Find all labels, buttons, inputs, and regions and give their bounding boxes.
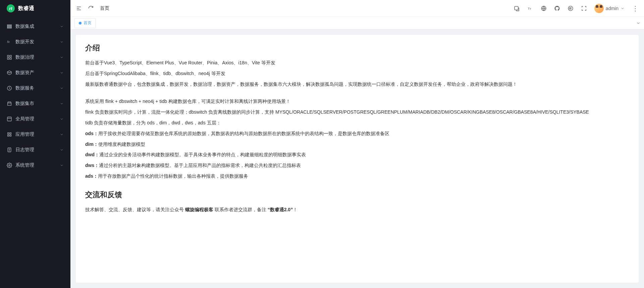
- logo-badge-icon: rt: [7, 4, 15, 12]
- svg-rect-9: [7, 117, 11, 121]
- svg-rect-0: [7, 25, 11, 26]
- sidebar-item-label: 数据资产: [15, 70, 60, 76]
- chevron-down-icon: [621, 6, 625, 10]
- svg-rect-7: [10, 58, 11, 59]
- sidebar-item-data-development[interactable]: fx 数据开发: [0, 34, 70, 50]
- layer-ads: ads：用于存放数据产品个性化的统计指标数据，输出各种报表，提供数据服务: [85, 172, 629, 180]
- sidebar-item-label: 数据集成: [15, 23, 60, 30]
- feedback-paragraph: 技术解答、交流、反馈、建议等，请关注公众号 螺旋编程极客 联系作者进交流群，备注…: [85, 206, 629, 214]
- intro-heading: 介绍: [85, 43, 629, 53]
- sidebar-nav: 数据集成 fx 数据开发 数据治理 数据资产 数据服务: [0, 17, 70, 288]
- main-area: 首页 Tт admin ⋮ 首页: [70, 0, 644, 288]
- sidebar-item-app-management[interactable]: 应用管理: [0, 127, 70, 142]
- chevron-down-icon: [60, 71, 64, 75]
- intro-paragraph: 系统采用 flink + dbswitch + neo4j + tidb 构建数…: [85, 98, 629, 106]
- svg-text:Tт: Tт: [528, 6, 531, 10]
- service-icon: [7, 85, 12, 91]
- github-icon[interactable]: [554, 5, 560, 11]
- grid-icon: [7, 55, 12, 60]
- chevron-down-icon: [60, 148, 64, 152]
- gear-icon: [7, 163, 12, 168]
- chevron-down-icon: [60, 102, 64, 106]
- intro-paragraph: 后台基于SpringCloudAlibaba、filnk、tidb、dbswit…: [85, 70, 629, 78]
- svg-rect-11: [8, 133, 9, 134]
- layer-dwd: dwd：通过企业的业务活动事件构建数据模型。基于具体业务事件的特点，构建最细粒度…: [85, 151, 629, 159]
- svg-point-19: [9, 165, 10, 166]
- svg-text:fx: fx: [7, 40, 10, 44]
- tabs-bar: 首页: [70, 17, 644, 30]
- font-size-icon[interactable]: Tт: [527, 5, 533, 11]
- intro-paragraph: flink 负责数据实时同步，计算，流批一体化处理；dbswitch 负责离线数…: [85, 108, 629, 116]
- global-icon: [7, 116, 12, 122]
- tab-label: 首页: [84, 20, 92, 26]
- user-menu[interactable]: admin: [594, 4, 625, 13]
- logo[interactable]: rt 数睿通: [0, 0, 70, 17]
- svg-rect-6: [7, 58, 9, 59]
- fx-icon: fx: [7, 39, 12, 45]
- svg-rect-2: [7, 27, 11, 28]
- collapse-sidebar-button[interactable]: [76, 5, 82, 11]
- more-menu-button[interactable]: ⋮: [632, 5, 639, 12]
- sidebar-item-data-market[interactable]: 数据集市: [0, 96, 70, 111]
- sidebar-item-label: 数据集市: [15, 101, 60, 107]
- chevron-down-icon: [60, 40, 64, 44]
- svg-rect-23: [515, 6, 518, 10]
- sidebar-item-label: 应用管理: [15, 131, 60, 137]
- layer-dim: dim：使用维度构建数据模型: [85, 140, 629, 149]
- translate-icon[interactable]: [514, 5, 520, 11]
- logo-text: 数睿通: [18, 5, 34, 12]
- chevron-down-icon: [60, 163, 64, 167]
- feedback-heading: 交流和反馈: [85, 190, 629, 200]
- sidebar-item-label: 系统管理: [15, 162, 60, 168]
- sidebar-item-data-integration[interactable]: 数据集成: [0, 19, 70, 34]
- active-tab-indicator-icon: [79, 22, 82, 24]
- box-icon: [7, 70, 12, 75]
- globe-icon[interactable]: [541, 5, 547, 11]
- content-card: 介绍 前台基于Vue3、TypeScript、Element Plus、Vue …: [76, 35, 639, 283]
- svg-rect-4: [7, 55, 9, 57]
- chevron-down-icon: [60, 24, 64, 28]
- sidebar-item-log-management[interactable]: 日志管理: [0, 142, 70, 158]
- market-icon: [7, 101, 12, 106]
- chevron-down-icon: [60, 132, 64, 136]
- refresh-button[interactable]: [88, 5, 94, 11]
- sidebar: rt 数睿通 数据集成 fx 数据开发 数据治理 数据资产: [0, 0, 70, 288]
- intro-paragraph: 前台基于Vue3、TypeScript、Element Plus、Vue Rou…: [85, 59, 629, 67]
- layer-ods: ods：用于接收并处理需要存储至数据仓库系统的原始数据，其数据表的结构与原始数据…: [85, 130, 629, 138]
- chevron-down-icon: [60, 55, 64, 59]
- sidebar-item-system-management[interactable]: 系统管理: [0, 158, 70, 173]
- intro-paragraph: tidb 负责存储海量数据，分为 ods，dim，dwd，dws，ads 五层：: [85, 119, 629, 127]
- sidebar-item-global-management[interactable]: 全局管理: [0, 111, 70, 127]
- tab-home[interactable]: 首页: [74, 18, 96, 28]
- svg-rect-12: [10, 133, 11, 134]
- sidebar-item-data-governance[interactable]: 数据治理: [0, 50, 70, 65]
- sidebar-item-data-asset[interactable]: 数据资产: [0, 65, 70, 80]
- app-icon: [7, 132, 12, 137]
- svg-rect-13: [8, 135, 9, 136]
- sidebar-item-label: 数据治理: [15, 54, 60, 60]
- sidebar-item-label: 数据开发: [15, 39, 60, 45]
- svg-rect-5: [10, 55, 11, 57]
- layers-icon: [7, 24, 12, 29]
- sidebar-item-label: 全局管理: [15, 116, 60, 122]
- sidebar-item-label: 数据服务: [15, 85, 60, 91]
- breadcrumb: 首页: [100, 5, 109, 11]
- sidebar-item-data-service[interactable]: 数据服务: [0, 80, 70, 96]
- svg-rect-14: [10, 135, 11, 136]
- gitee-icon[interactable]: [568, 5, 574, 11]
- user-name: admin: [606, 6, 619, 11]
- layer-dws: dws：通过分析的主题对象构建数据模型。基于上层应用和产品的指标需求，构建公共粒…: [85, 162, 629, 170]
- fullscreen-icon[interactable]: [581, 5, 587, 11]
- chevron-down-icon: [60, 86, 64, 90]
- chevron-down-icon: [60, 117, 64, 121]
- topbar: 首页 Tт admin ⋮: [70, 0, 644, 17]
- content-scroll[interactable]: 介绍 前台基于Vue3、TypeScript、Element Plus、Vue …: [70, 30, 644, 288]
- intro-paragraph: 最新版数睿通数据中台，包含数据集成，数据开发，数据治理，数据资产，数据服务，数据…: [85, 80, 629, 89]
- tabs-dropdown-button[interactable]: [636, 21, 641, 25]
- log-icon: [7, 147, 12, 153]
- svg-rect-1: [7, 26, 11, 27]
- sidebar-item-label: 日志管理: [15, 147, 60, 153]
- avatar-icon: [594, 4, 604, 13]
